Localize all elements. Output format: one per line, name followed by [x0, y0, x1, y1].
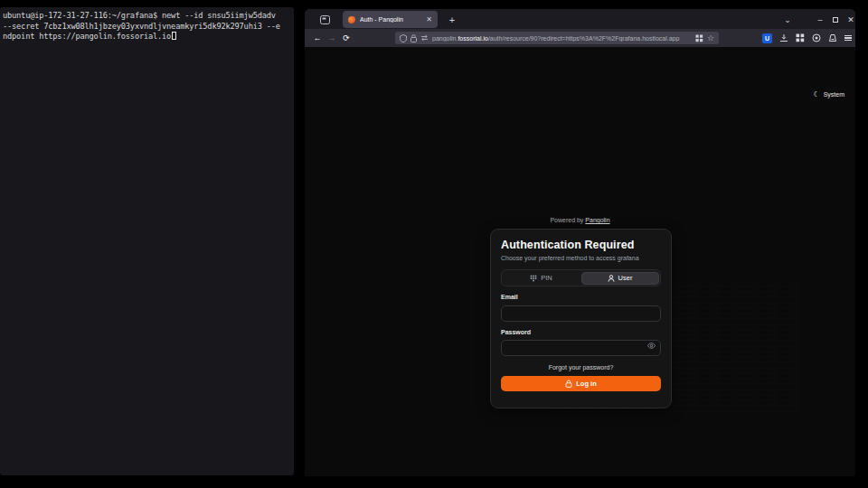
email-label: Email	[501, 294, 661, 300]
auth-method-tabs: PIN User	[501, 269, 661, 286]
keypad-icon	[530, 275, 537, 282]
new-tab-button[interactable]: +	[445, 13, 459, 26]
bookmark-star-icon[interactable]: ☆	[707, 34, 714, 42]
login-lock-icon	[565, 380, 572, 388]
window-maximize-button[interactable]	[828, 13, 843, 26]
browser-tab[interactable]: Auth - Pangolin ✕	[343, 11, 438, 28]
tab-user[interactable]: User	[581, 272, 659, 285]
tab-pin[interactable]: PIN	[504, 272, 580, 285]
extensions-puzzle-icon[interactable]	[828, 33, 837, 42]
theme-label: System	[824, 91, 844, 98]
auth-page: ☾ System Powered by Pangolin Authenticat…	[305, 47, 855, 476]
login-button[interactable]: Log in	[501, 376, 661, 391]
tab-strip: Auth - Pangolin ✕ + ⌄ – ✕	[305, 9, 855, 29]
powered-by-text: Powered by	[550, 217, 583, 223]
password-label: Password	[501, 329, 661, 335]
terminal-line: ndpoint https://pangolin.fossorial.io	[3, 32, 291, 42]
list-tabs-chevron-icon[interactable]: ⌄	[780, 13, 795, 26]
terminal-panel[interactable]: ubuntu@ip-172-31-27-116:~/grafana$ newt …	[0, 7, 294, 475]
bitwarden-extension-icon[interactable]: U	[762, 33, 772, 43]
login-button-label: Log in	[576, 380, 597, 388]
tracking-shield-icon[interactable]	[400, 34, 407, 42]
moon-icon: ☾	[813, 90, 819, 99]
pangolin-link[interactable]: Pangolin	[585, 217, 609, 223]
browser-toolbar: ← → ⟳ pangolin.fossorial.io/auth/resourc…	[305, 29, 855, 47]
show-password-eye-icon[interactable]	[647, 343, 656, 349]
browser-window: Auth - Pangolin ✕ + ⌄ – ✕ ← → ⟳ pangolin…	[305, 9, 855, 476]
url-path: /auth/resource/90?redirect=https%3A%2F%2…	[488, 35, 680, 42]
grid-extension-icon[interactable]	[796, 33, 805, 42]
card-title: Authentication Required	[501, 239, 661, 251]
theme-toggle[interactable]: ☾ System	[813, 90, 844, 99]
terminal-cursor	[172, 32, 176, 40]
page-action-grid-icon[interactable]	[695, 34, 703, 42]
user-icon	[608, 275, 615, 282]
email-field[interactable]	[501, 305, 661, 322]
tab-close-icon[interactable]: ✕	[426, 16, 432, 23]
terminal-line-text: ndpoint https://pangolin.fossorial.io	[3, 32, 171, 41]
url-bar[interactable]: pangolin.fossorial.io/auth/resource/90?r…	[395, 32, 719, 44]
downloads-icon[interactable]	[779, 33, 788, 42]
password-field[interactable]	[501, 340, 661, 356]
circle-dot-extension-icon[interactable]	[812, 33, 821, 42]
maximize-icon	[833, 17, 838, 23]
menu-hamburger-icon[interactable]	[844, 35, 852, 42]
window-close-button[interactable]: ✕	[844, 13, 855, 26]
terminal-line: --secret 7cbz1xw08lh1jbzey03yxvndljvneam…	[3, 22, 291, 33]
url-domain: fossorial.io	[458, 35, 487, 42]
toolbar-extensions-area: U	[762, 29, 852, 47]
tab-title: Auth - Pangolin	[360, 16, 421, 23]
auth-card: Authentication Required Choose your pref…	[490, 229, 672, 408]
powered-by: Powered by Pangolin	[305, 217, 855, 223]
tab-pin-label: PIN	[541, 274, 552, 282]
firefox-view-icon[interactable]	[314, 13, 335, 26]
pangolin-favicon	[348, 16, 355, 23]
forgot-password-link[interactable]: Forgot your password?	[501, 364, 661, 371]
url-text: pangolin.fossorial.io/auth/resource/90?r…	[432, 35, 692, 42]
redirect-arrows-icon[interactable]	[420, 34, 429, 42]
terminal-line: ubuntu@ip-172-31-27-116:~/grafana$ newt …	[3, 11, 291, 22]
reload-button[interactable]: ⟳	[339, 32, 354, 44]
back-button[interactable]: ←	[310, 32, 325, 44]
card-subtitle: Choose your preferred method to access g…	[501, 255, 661, 261]
forward-button[interactable]: →	[325, 32, 339, 44]
lock-icon[interactable]	[410, 34, 417, 42]
url-prefix: pangolin.	[432, 35, 458, 42]
window-minimize-button[interactable]: –	[813, 13, 827, 26]
tab-user-label: User	[618, 274, 633, 282]
